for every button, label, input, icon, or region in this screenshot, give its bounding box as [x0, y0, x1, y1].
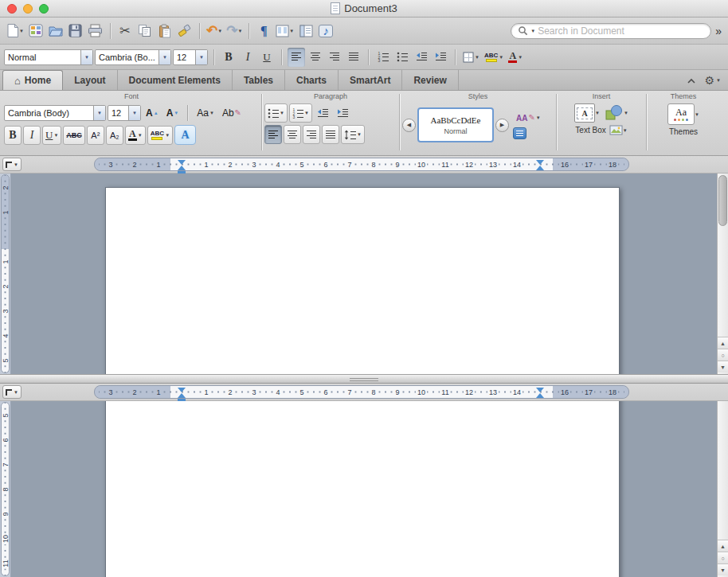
- bold-button[interactable]: B: [220, 48, 237, 67]
- collapse-ribbon-icon[interactable]: [687, 77, 696, 84]
- split-grip-icon[interactable]: [350, 377, 378, 381]
- ribbon-numbered-list-button[interactable]: 123 ▼: [289, 103, 312, 123]
- view-columns-button[interactable]: ▼: [274, 21, 296, 41]
- previous-style-button[interactable]: ◀: [402, 119, 416, 132]
- manage-styles-button[interactable]: AA ✎ ▼: [513, 111, 544, 125]
- search-input[interactable]: [538, 25, 704, 37]
- superscript-button[interactable]: A²: [87, 126, 104, 145]
- decrease-indent-button[interactable]: [413, 48, 430, 67]
- highlight-color-button[interactable]: ABC ▼: [483, 48, 505, 67]
- grow-font-button[interactable]: A ▲: [143, 103, 162, 123]
- scroll-thumb-top[interactable]: [718, 175, 727, 226]
- minimize-window-button[interactable]: [23, 4, 33, 14]
- tab-home[interactable]: ⌂Home: [2, 70, 63, 90]
- align-justify-button[interactable]: [345, 48, 362, 67]
- left-indent-marker-bottom[interactable]: [178, 388, 186, 402]
- bullet-list-button[interactable]: [393, 48, 411, 67]
- cut-button[interactable]: ✂: [115, 21, 135, 41]
- shrink-font-button[interactable]: A ▼: [163, 103, 182, 123]
- ribbon-bold-button[interactable]: B: [4, 126, 22, 145]
- themes-button[interactable]: Aa ▼: [667, 103, 699, 125]
- right-indent-marker-top[interactable]: [536, 160, 544, 170]
- browse-object-button-bottom[interactable]: ○: [718, 552, 728, 563]
- strikethrough-button[interactable]: ABC: [63, 126, 85, 145]
- title-bar[interactable]: Document3: [0, 0, 728, 18]
- page-top[interactable]: [105, 187, 620, 374]
- ribbon-align-left-button[interactable]: [264, 125, 282, 144]
- open-button[interactable]: [46, 21, 65, 41]
- ribbon-size-combo[interactable]: 12 ▼: [108, 105, 141, 121]
- italic-button[interactable]: I: [239, 48, 256, 67]
- font-combo-arrow-icon[interactable]: ▼: [159, 50, 170, 64]
- scroll-up-button-bottom[interactable]: ▲: [718, 540, 728, 552]
- increase-indent-button[interactable]: [432, 48, 449, 67]
- subscript-button[interactable]: A₂: [106, 126, 123, 145]
- ribbon-underline-button[interactable]: U ▼: [42, 126, 61, 145]
- ribbon-increase-indent-button[interactable]: [334, 103, 352, 123]
- right-indent-marker-bottom[interactable]: [536, 388, 544, 398]
- show-formatting-button[interactable]: ¶: [254, 21, 273, 41]
- ribbon-italic-button[interactable]: I: [23, 126, 41, 145]
- tab-stop-selector-top[interactable]: ▼: [2, 158, 22, 171]
- tab-charts[interactable]: Charts: [285, 70, 339, 90]
- document-area-bottom[interactable]: [11, 401, 717, 577]
- scroll-down-button-top[interactable]: ▼: [718, 361, 728, 372]
- ribbon-bullet-list-button[interactable]: ▼: [264, 103, 288, 123]
- font-color-button[interactable]: A ▼: [507, 48, 524, 67]
- align-center-button[interactable]: [307, 48, 324, 67]
- search-box[interactable]: ▼: [511, 23, 711, 39]
- save-button[interactable]: [66, 21, 85, 41]
- ribbon-font-combo[interactable]: Cambria (Body) ▼: [4, 105, 106, 121]
- horizontal-ruler-top[interactable]: 3211234567891011121314161718: [94, 158, 629, 171]
- tab-layout[interactable]: Layout: [63, 70, 117, 90]
- zoom-window-button[interactable]: [39, 4, 49, 14]
- document-area-top[interactable]: [11, 173, 717, 374]
- ribbon-settings-button[interactable]: ⚙ ▼: [704, 75, 721, 86]
- styles-pane-icon[interactable]: [513, 127, 526, 139]
- format-painter-button[interactable]: [175, 21, 194, 41]
- ribbon-highlight-button[interactable]: ABC ▼: [147, 126, 173, 145]
- page-bottom[interactable]: [105, 401, 620, 577]
- style-preview[interactable]: AaBbCcDdEe Normal: [417, 107, 494, 142]
- insert-picture-button[interactable]: ▼: [609, 125, 628, 135]
- split-bar[interactable]: [0, 374, 728, 384]
- redo-button[interactable]: ↷ ▼: [225, 21, 244, 41]
- align-right-button[interactable]: [326, 48, 343, 67]
- clear-formatting-button[interactable]: Ab ✎: [219, 103, 245, 123]
- tab-review[interactable]: Review: [402, 70, 458, 90]
- borders-button[interactable]: ▼: [461, 48, 481, 67]
- align-left-button[interactable]: [288, 48, 305, 67]
- browse-object-button-top[interactable]: ○: [718, 349, 728, 361]
- new-document-button[interactable]: ▼: [5, 21, 25, 41]
- tab-document-elements[interactable]: Document Elements: [118, 70, 233, 90]
- vertical-ruler-bottom[interactable]: 567891011: [0, 401, 11, 577]
- style-combo[interactable]: Normal ▼: [4, 49, 93, 65]
- horizontal-ruler-bottom[interactable]: 3211234567891011121314161718: [94, 385, 629, 399]
- ribbon-align-justify-button[interactable]: [322, 125, 339, 144]
- vertical-ruler-top[interactable]: 2112345: [0, 173, 11, 374]
- vertical-scroll-top[interactable]: ▲ ○ ▼: [717, 173, 728, 374]
- vertical-scroll-bottom[interactable]: ▲ ○ ▼: [717, 401, 728, 577]
- ribbon-align-right-button[interactable]: [303, 125, 320, 144]
- undo-button[interactable]: ↶ ▼: [205, 21, 224, 41]
- ribbon-decrease-indent-button[interactable]: [314, 103, 332, 123]
- scroll-up-button-top[interactable]: ▲: [718, 337, 728, 349]
- paste-button[interactable]: [155, 21, 174, 41]
- tab-tables[interactable]: Tables: [233, 70, 285, 90]
- print-button[interactable]: [86, 21, 105, 41]
- text-effects-button[interactable]: A: [174, 125, 196, 145]
- media-browser-button[interactable]: ♪: [316, 21, 335, 41]
- size-combo[interactable]: 12 ▼: [173, 49, 208, 65]
- sidebar-button[interactable]: [296, 21, 315, 41]
- toolbar-overflow-button[interactable]: »: [715, 25, 722, 37]
- font-combo[interactable]: Cambria (Bo... ▼: [95, 49, 171, 65]
- insert-text-box-button[interactable]: A ▼: [574, 103, 600, 123]
- insert-shape-button[interactable]: ▼: [605, 104, 628, 122]
- ribbon-font-color-button[interactable]: A ▼: [125, 126, 146, 145]
- size-combo-arrow-icon[interactable]: ▼: [195, 50, 207, 64]
- style-combo-arrow-icon[interactable]: ▼: [80, 50, 92, 64]
- scroll-down-button-bottom[interactable]: ▼: [718, 563, 728, 575]
- copy-button[interactable]: [135, 21, 155, 41]
- underline-button[interactable]: U: [258, 48, 276, 67]
- tab-smartart[interactable]: SmartArt: [339, 70, 402, 90]
